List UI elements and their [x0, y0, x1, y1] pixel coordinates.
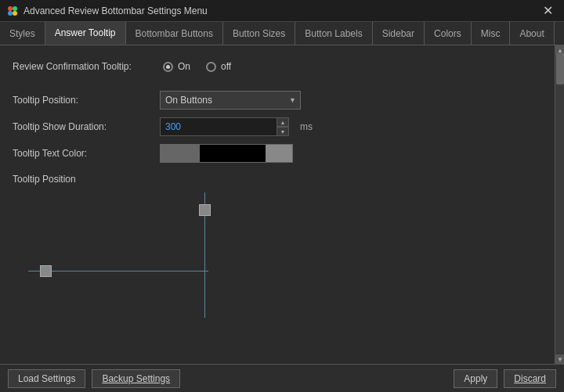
bottom-right-buttons: Apply Discard	[454, 369, 556, 388]
tab-button-sizes[interactable]: Button Sizes	[223, 22, 295, 45]
radio-on-dot	[163, 62, 173, 72]
bottom-left-buttons: Load Settings Backup Settings	[8, 369, 180, 388]
tooltip-duration-input[interactable]	[160, 117, 277, 136]
app-icon	[6, 5, 19, 17]
scrollbar-arrow-down[interactable]: ▼	[555, 354, 564, 364]
vertical-handle[interactable]	[199, 204, 211, 216]
horizontal-handle[interactable]	[40, 265, 52, 277]
main-area: Review Confirmation Tooltip: On off Tool…	[0, 45, 564, 364]
tab-styles[interactable]: Styles	[0, 22, 45, 45]
spinner-down[interactable]: ▼	[277, 127, 289, 136]
tab-button-labels[interactable]: Button Labels	[295, 22, 372, 45]
tooltip-color-button[interactable]	[160, 144, 293, 163]
radio-off-dot	[206, 62, 216, 72]
tooltip-position-select-wrapper: On Buttons Above Buttons Below Buttons C…	[160, 91, 301, 110]
form-section: Tooltip Position: On Buttons Above Butto…	[13, 91, 542, 163]
tooltip-position-section: Tooltip Position	[13, 174, 542, 318]
horizontal-line	[28, 271, 208, 272]
close-button[interactable]: ✕	[538, 3, 558, 19]
load-settings-button[interactable]: Load Settings	[8, 369, 85, 388]
spinner-up[interactable]: ▲	[277, 117, 289, 127]
tab-sidebar[interactable]: Sidebar	[373, 22, 425, 45]
duration-unit: ms	[300, 121, 313, 132]
radio-off[interactable]: off	[206, 61, 231, 72]
spinner-buttons: ▲ ▼	[277, 117, 289, 136]
tooltip-position-section-title: Tooltip Position	[13, 174, 542, 185]
backup-settings-button[interactable]: Backup Settings	[92, 369, 180, 388]
svg-point-1	[13, 6, 17, 11]
tab-answer-tooltip[interactable]: Answer Tooltip	[45, 22, 126, 45]
radio-off-label: off	[221, 61, 231, 72]
scrollbar-thumb[interactable]	[556, 53, 564, 85]
tooltip-duration-label: Tooltip Show Duration:	[13, 121, 154, 132]
tooltip-duration-spinner: ▲ ▼	[160, 117, 289, 136]
tooltip-color-label: Tooltip Text Color:	[13, 148, 154, 159]
radio-group: On off	[163, 61, 231, 72]
tab-misc[interactable]: Misc	[472, 22, 511, 45]
radio-on-label: On	[178, 61, 190, 72]
bottom-bar: Load Settings Backup Settings Apply Disc…	[0, 364, 564, 392]
window-title: Advanced Review Bottombar Settings Menu	[24, 5, 208, 16]
content-area: Review Confirmation Tooltip: On off Tool…	[0, 45, 555, 364]
tab-bottombar-buttons[interactable]: Bottombar Buttons	[126, 22, 223, 45]
title-bar: Advanced Review Bottombar Settings Menu …	[0, 0, 564, 22]
tooltip-duration-row: Tooltip Show Duration: ▲ ▼ ms	[13, 117, 542, 136]
review-confirmation-row: Review Confirmation Tooltip: On off	[13, 55, 542, 78]
tooltip-color-row: Tooltip Text Color:	[13, 144, 542, 163]
svg-point-2	[8, 11, 13, 16]
tooltip-position-label: Tooltip Position:	[13, 95, 154, 106]
review-confirmation-label: Review Confirmation Tooltip:	[13, 61, 154, 72]
tooltip-position-row: Tooltip Position: On Buttons Above Butto…	[13, 91, 542, 110]
tooltip-position-select[interactable]: On Buttons Above Buttons Below Buttons C…	[160, 91, 301, 110]
svg-point-0	[8, 6, 13, 11]
title-bar-left: Advanced Review Bottombar Settings Menu	[6, 5, 208, 17]
tab-colors[interactable]: Colors	[425, 22, 472, 45]
svg-point-3	[13, 11, 17, 16]
crosshair-area[interactable]	[13, 192, 542, 318]
discard-button[interactable]: Discard	[504, 369, 556, 388]
apply-button[interactable]: Apply	[454, 369, 497, 388]
tab-bar: Styles Answer Tooltip Bottombar Buttons …	[0, 22, 564, 45]
scrollbar: ▲ ▼	[555, 45, 564, 364]
radio-on[interactable]: On	[163, 61, 190, 72]
tab-about[interactable]: About	[510, 22, 554, 45]
